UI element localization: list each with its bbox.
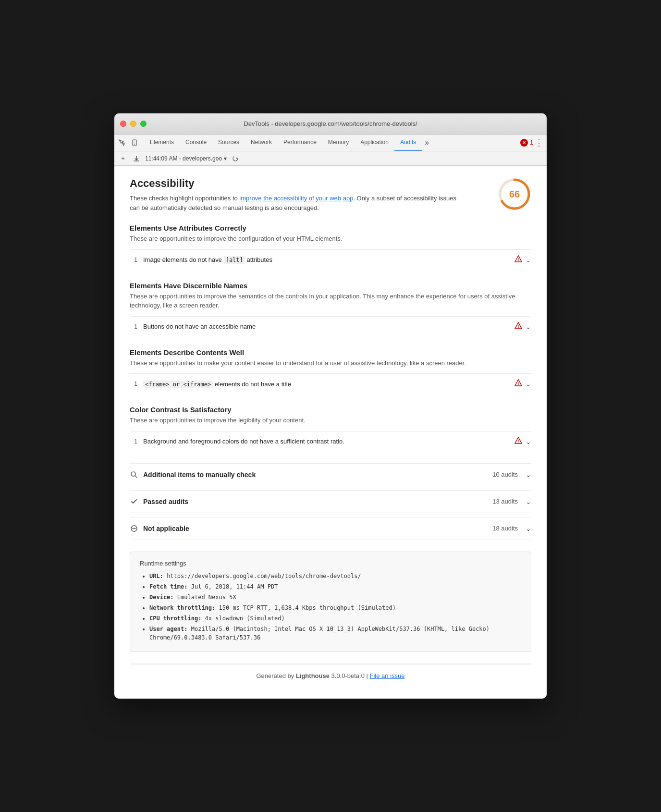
- svg-text:!: !: [518, 324, 519, 329]
- runtime-list: URL: https://developers.google.com/web/t…: [140, 572, 521, 642]
- close-button[interactable]: [120, 121, 126, 127]
- expand-button[interactable]: ⌄: [526, 256, 531, 264]
- audit-group-desc: These are opportunities to improve the l…: [130, 416, 531, 425]
- audit-group: Elements Describe Contents WellThese are…: [130, 348, 531, 394]
- main-content: Accessibility These checks highlight opp…: [114, 166, 547, 699]
- collapsible-chevron[interactable]: ⌄: [526, 525, 531, 532]
- audit-count: 1: [130, 323, 137, 330]
- runtime-item: Device: Emulated Nexus 5X: [149, 593, 521, 602]
- runtime-settings: Runtime settings URL: https://developers…: [130, 552, 531, 652]
- tab-elements[interactable]: Elements: [144, 135, 180, 151]
- collapsible-count: 18 audits: [492, 525, 518, 532]
- file-issue-link[interactable]: File an issue: [370, 672, 405, 679]
- audit-item: 1Image elements do not have [alt] attrib…: [130, 249, 531, 270]
- audit-item: 1Buttons do not have an accessible name!…: [130, 316, 531, 337]
- device-icon[interactable]: [129, 137, 140, 148]
- audit-group-title: Color Contrast Is Satisfactory: [130, 406, 531, 414]
- maximize-button[interactable]: [140, 121, 147, 127]
- collapsible-header[interactable]: Not applicable 18 audits ⌄: [130, 524, 531, 533]
- score-value: 66: [509, 189, 520, 200]
- dropdown-arrow[interactable]: ▾: [224, 155, 227, 162]
- traffic-lights: [120, 121, 147, 127]
- collapsible-header[interactable]: Additional items to manually check 10 au…: [130, 470, 531, 479]
- check-icon: [130, 497, 138, 506]
- audit-text: Buttons do not have an accessible name: [143, 323, 508, 330]
- audit-item: 1<frame> or <iframe> elements do not hav…: [130, 373, 531, 394]
- error-count-badge: ✕: [520, 139, 528, 147]
- error-indicator: ✕ 1: [520, 139, 533, 147]
- audit-group-desc: These are opportunities to improve the c…: [130, 234, 531, 244]
- devtools-tab-bar: Elements Console Sources Network Perform…: [114, 135, 547, 151]
- audit-group-title: Elements Have Discernible Names: [130, 282, 531, 290]
- audit-group: Elements Use Attributes CorrectlyThese a…: [130, 224, 531, 270]
- collapsible-title: Not applicable: [143, 525, 488, 532]
- tab-console[interactable]: Console: [180, 135, 212, 151]
- tab-audits[interactable]: Audits: [394, 135, 422, 151]
- warning-icon: !: [514, 436, 523, 447]
- devtools-menu-button[interactable]: ⋮: [533, 137, 545, 148]
- warning-icon: !: [514, 255, 523, 265]
- minus-icon: [130, 524, 138, 533]
- browser-window: DevTools - developers.google.com/web/too…: [114, 113, 547, 699]
- tab-performance[interactable]: Performance: [278, 135, 322, 151]
- collapsible-section[interactable]: Not applicable 18 audits ⌄: [130, 517, 531, 540]
- svg-text:!: !: [518, 381, 519, 386]
- audit-count: 1: [130, 257, 137, 263]
- svg-text:!: !: [518, 258, 519, 262]
- audit-group: Color Contrast Is SatisfactoryThese are …: [130, 406, 531, 452]
- audit-groups: Elements Use Attributes CorrectlyThese a…: [130, 224, 531, 452]
- toolbar-timestamp: 11:44:09 AM - developers.goo ▾: [145, 155, 227, 162]
- collapsible-header[interactable]: Passed audits 13 audits ⌄: [130, 497, 531, 506]
- tab-memory[interactable]: Memory: [322, 135, 355, 151]
- more-tabs-button[interactable]: »: [422, 138, 432, 147]
- section-title: Accessibility: [130, 177, 456, 190]
- minimize-button[interactable]: [130, 121, 136, 127]
- footer: Generated by Lighthouse 3.0.0-beta.0 | F…: [130, 664, 531, 687]
- add-button[interactable]: +: [118, 154, 128, 163]
- accessibility-link[interactable]: improve the accessibility of your web ap…: [239, 195, 353, 202]
- collapsible-title: Passed audits: [143, 498, 488, 505]
- audit-group-desc: These are opportunities to make your con…: [130, 358, 531, 368]
- runtime-settings-title: Runtime settings: [140, 560, 521, 567]
- window-title: DevTools - developers.google.com/web/too…: [244, 120, 417, 127]
- inspect-icon[interactable]: [116, 137, 128, 148]
- collapsible-sections: Additional items to manually check 10 au…: [130, 463, 531, 540]
- audit-text: Image elements do not have [alt] attribu…: [143, 256, 508, 263]
- expand-button[interactable]: ⌄: [526, 323, 531, 331]
- search-icon: [130, 470, 138, 479]
- tab-network[interactable]: Network: [245, 135, 278, 151]
- svg-text:!: !: [518, 439, 519, 443]
- collapsible-chevron[interactable]: ⌄: [526, 498, 531, 505]
- audit-text: Background and foreground colors do not …: [143, 438, 508, 445]
- section-description: These checks highlight opportunities to …: [130, 194, 456, 212]
- accessibility-header-text: Accessibility These checks highlight opp…: [130, 177, 456, 212]
- audit-group-title: Elements Use Attributes Correctly: [130, 224, 531, 232]
- title-bar: DevTools - developers.google.com/web/too…: [114, 113, 547, 135]
- audit-group-title: Elements Describe Contents Well: [130, 348, 531, 357]
- download-button[interactable]: [132, 154, 141, 163]
- svg-rect-1: [134, 141, 135, 144]
- warning-icon: !: [514, 379, 523, 389]
- expand-button[interactable]: ⌄: [526, 380, 531, 388]
- accessibility-header: Accessibility These checks highlight opp…: [130, 177, 531, 212]
- refresh-icon[interactable]: [231, 154, 240, 163]
- collapsible-section[interactable]: Additional items to manually check 10 au…: [130, 463, 531, 486]
- runtime-item: Fetch time: Jul 6, 2018, 11:44 AM PDT: [149, 582, 521, 591]
- audit-group: Elements Have Discernible NamesThese are…: [130, 282, 531, 337]
- audit-item: 1Background and foreground colors do not…: [130, 431, 531, 452]
- collapsible-section[interactable]: Passed audits 13 audits ⌄: [130, 490, 531, 513]
- tab-application[interactable]: Application: [355, 135, 394, 151]
- devtools-toolbar-icons: [116, 137, 140, 148]
- runtime-item: User agent: Mozilla/5.0 (Macintosh; Inte…: [149, 625, 521, 642]
- audit-text: <frame> or <iframe> elements do not have…: [143, 381, 508, 388]
- collapsible-title: Additional items to manually check: [143, 471, 488, 479]
- expand-button[interactable]: ⌄: [526, 438, 531, 445]
- svg-point-2: [134, 144, 135, 145]
- audit-count: 1: [130, 438, 137, 445]
- tab-sources[interactable]: Sources: [212, 135, 245, 151]
- collapsible-count: 10 audits: [492, 471, 518, 478]
- devtools-toolbar: + 11:44:09 AM - developers.goo ▾: [114, 151, 547, 166]
- audit-count: 1: [130, 381, 137, 387]
- audit-group-desc: These are opportunities to improve the s…: [130, 292, 531, 310]
- collapsible-chevron[interactable]: ⌄: [526, 471, 531, 479]
